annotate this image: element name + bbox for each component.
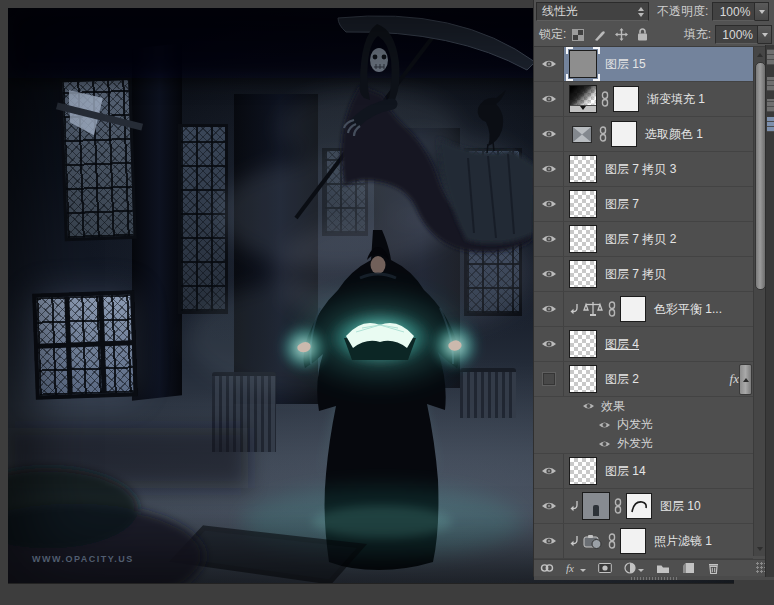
eye-icon (541, 501, 557, 511)
layers-scrollbar[interactable] (753, 47, 765, 556)
clipping-mask-icon (569, 535, 579, 547)
add-layer-mask-button[interactable] (598, 562, 612, 574)
layer-thumbnail[interactable] (569, 190, 597, 218)
layer-row[interactable]: 图层 14 (534, 454, 753, 489)
effect-label: 外发光 (617, 435, 653, 452)
photo-filter-icon[interactable] (582, 528, 604, 554)
layer-name[interactable]: 图层 7 (605, 196, 639, 213)
eye-icon (541, 199, 557, 209)
layer-visibility-toggle[interactable] (534, 82, 564, 116)
eye-icon (541, 466, 557, 476)
layer-row[interactable]: 图层 2 fx (534, 362, 753, 397)
scroll-up-button[interactable] (754, 49, 765, 60)
link-layers-button[interactable] (540, 562, 554, 574)
mask-link-icon (614, 498, 622, 514)
layer-name[interactable]: 照片滤镜 1 (654, 533, 712, 550)
selective-color-icon[interactable] (569, 121, 595, 147)
lock-position-icon[interactable] (615, 28, 628, 41)
layer-row[interactable]: 图层 4 (534, 327, 753, 362)
eye-icon[interactable] (598, 421, 611, 429)
layer-name[interactable]: 图层 14 (605, 463, 646, 480)
effect-row[interactable]: 内发光 (534, 415, 753, 434)
layer-thumbnail[interactable] (569, 225, 597, 253)
layer-thumbnail[interactable] (569, 155, 597, 183)
layer-visibility-toggle[interactable] (534, 292, 564, 326)
layer-visibility-toggle[interactable] (534, 117, 564, 151)
layer-name[interactable]: 图层 7 拷贝 2 (605, 231, 676, 248)
layer-thumbnail[interactable] (569, 457, 597, 485)
layer-row[interactable]: 图层 10 (534, 489, 753, 524)
layer-name[interactable]: 图层 7 拷贝 (605, 266, 666, 283)
blend-mode-select[interactable]: 线性光 (536, 2, 649, 21)
layer-row[interactable]: 渐变填充 1 (534, 82, 753, 117)
layer-row[interactable]: 色彩平衡 1... (534, 292, 753, 327)
eye-icon[interactable] (582, 402, 595, 410)
new-group-button[interactable] (656, 563, 670, 574)
layer-visibility-toggle[interactable] (534, 257, 564, 291)
scroll-down-button[interactable] (754, 543, 765, 554)
layer-name[interactable]: 渐变填充 1 (647, 91, 705, 108)
layer-row[interactable]: 图层 7 拷贝 3 (534, 152, 753, 187)
collapse-effects-button[interactable] (739, 364, 752, 395)
layer-name[interactable]: 选取颜色 1 (645, 126, 703, 143)
clipped-fragment-tile-selected (767, 117, 774, 132)
layer-thumbnail[interactable] (569, 330, 597, 358)
layer-visibility-toggle[interactable] (534, 362, 564, 396)
layer-visibility-toggle[interactable] (534, 222, 564, 256)
layer-name[interactable]: 图层 7 拷贝 3 (605, 161, 676, 178)
layer-name[interactable]: 图层 10 (660, 498, 701, 515)
new-adjustment-layer-button[interactable] (624, 562, 644, 574)
lock-transparency-icon[interactable] (572, 29, 584, 41)
layer-thumbnail[interactable] (582, 492, 610, 520)
gradient-fill-thumbnail[interactable] (569, 85, 597, 113)
layer-thumbnail[interactable] (569, 365, 597, 393)
layer-visibility-toggle[interactable] (534, 489, 564, 523)
effects-header-row[interactable]: 效果 (534, 397, 753, 415)
lock-all-icon[interactable] (637, 28, 648, 41)
layer-row[interactable]: 图层 7 (534, 187, 753, 222)
new-layer-icon (682, 562, 695, 574)
layer-name[interactable]: 图层 2 (605, 371, 639, 388)
layer-visibility-toggle[interactable] (534, 524, 564, 558)
fill-dropdown-button[interactable] (758, 25, 772, 44)
panel-drag-handle[interactable] (534, 576, 774, 580)
layer-row[interactable]: 照片滤镜 1 (534, 524, 753, 559)
layer-visibility-toggle[interactable] (534, 454, 564, 488)
blend-mode-value: 线性光 (542, 3, 578, 20)
color-balance-icon[interactable] (582, 296, 604, 322)
clipped-fragment-tile (767, 99, 774, 112)
effect-row[interactable]: 外发光 (534, 434, 753, 453)
chevron-down-icon (759, 10, 765, 14)
layer-row[interactable]: 图层 15 (534, 47, 753, 82)
painted-mask-thumbnail[interactable] (626, 493, 652, 519)
layer-thumbnail-selected[interactable] (569, 50, 597, 78)
layer-mask-thumbnail[interactable] (620, 528, 646, 554)
layer-visibility-toggle[interactable] (534, 152, 564, 186)
eye-icon[interactable] (598, 440, 611, 448)
opacity-field[interactable]: 100% (712, 2, 755, 21)
chevron-down-icon (762, 33, 768, 37)
svg-text:fx: fx (566, 562, 574, 574)
layer-mask-thumbnail[interactable] (613, 86, 639, 112)
delete-layer-button[interactable] (707, 562, 720, 574)
new-layer-button[interactable] (682, 562, 695, 574)
layer-name[interactable]: 色彩平衡 1... (654, 301, 722, 318)
layer-visibility-toggle[interactable] (534, 327, 564, 361)
layer-row[interactable]: 图层 7 拷贝 2 (534, 222, 753, 257)
lock-pixels-brush-icon[interactable] (593, 29, 606, 41)
mask-link-icon (601, 91, 609, 107)
opacity-dropdown-button[interactable] (755, 2, 769, 21)
mask-link-icon (608, 533, 616, 549)
layer-row[interactable]: 选取颜色 1 (534, 117, 753, 152)
layer-mask-thumbnail[interactable] (611, 121, 637, 147)
layer-visibility-toggle[interactable] (534, 187, 564, 221)
layer-name[interactable]: 图层 4 (605, 336, 639, 353)
eye-icon (541, 304, 557, 314)
layer-thumbnail[interactable] (569, 260, 597, 288)
layer-mask-thumbnail[interactable] (620, 296, 646, 322)
layer-name[interactable]: 图层 15 (605, 56, 646, 73)
fill-field[interactable]: 100% (715, 25, 758, 44)
layer-style-button[interactable]: fx (566, 562, 586, 574)
layer-row[interactable]: 图层 7 拷贝 (534, 257, 753, 292)
layer-visibility-toggle[interactable] (534, 47, 564, 81)
